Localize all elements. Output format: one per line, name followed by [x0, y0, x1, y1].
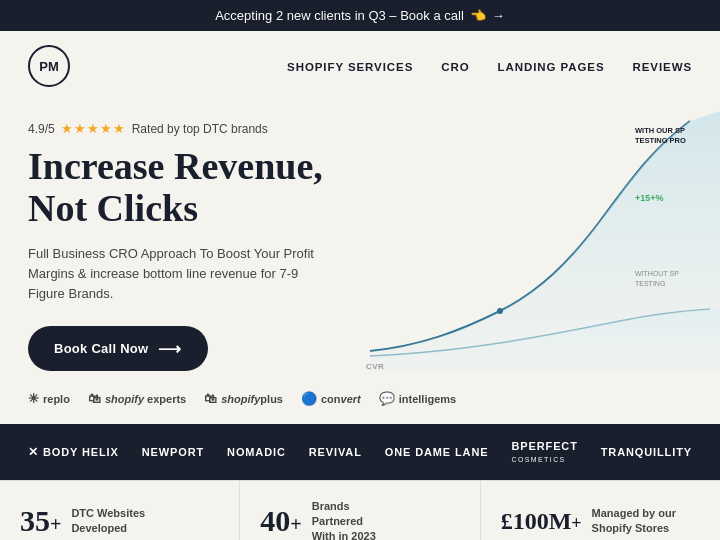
brand-x-icon: ✕ [28, 445, 39, 459]
rating: 4.9/5 ★★★★★ Rated by top DTC brands [28, 121, 368, 136]
convert-label: convert [321, 393, 361, 405]
svg-text:WITH OUR SP: WITH OUR SP [635, 126, 685, 135]
shopify-bag-icon: 🛍 [88, 391, 101, 406]
nav-item-reviews[interactable]: REVIEWS [633, 57, 692, 75]
shopify-plus-icon: 🛍 [204, 391, 217, 406]
hero-title: Increase Revenue, Not Clicks [28, 146, 368, 230]
nav-links: SHOPIFY SERVICES CRO LANDING PAGES REVIE… [287, 57, 692, 75]
brand-nomadic: NOMADIC [227, 446, 286, 458]
svg-text:WITHOUT SP: WITHOUT SP [635, 270, 679, 277]
stat-dtc-websites: 35+ DTC Websites Developed [0, 481, 240, 540]
cta-label: Book Call Now [54, 341, 148, 356]
hero-section: 4.9/5 ★★★★★ Rated by top DTC brands Incr… [0, 101, 720, 381]
brand-newport: NEWPORT [142, 446, 204, 458]
intelligems-label: intelligems [399, 393, 456, 405]
book-call-button[interactable]: Book Call Now ⟶ [28, 326, 208, 371]
banner-emoji: 👈 [470, 8, 486, 23]
replo-label: replo [43, 393, 70, 405]
stat-number-websites: 35+ [20, 504, 61, 538]
svg-text:CVR: CVR [366, 362, 384, 371]
svg-text:TESTING PRO: TESTING PRO [635, 136, 686, 145]
shopify-plus-label: shopifyplus [221, 393, 283, 405]
partner-shopify-plus: 🛍 shopifyplus [204, 391, 283, 406]
rating-text: Rated by top DTC brands [132, 122, 268, 136]
partner-replo: ✳ replo [28, 391, 70, 406]
brand-body-helix: ✕ body helix [28, 445, 119, 459]
partner-intelligems: 💬 intelligems [379, 391, 456, 406]
intelligems-icon: 💬 [379, 391, 395, 406]
banner-arrow: → [492, 8, 505, 23]
svg-text:TESTING: TESTING [635, 280, 665, 287]
growth-chart: CVR WITH OUR SP TESTING PRO +15+% WITHOU… [340, 111, 720, 371]
stat-managed: £100M+ Managed by our Shopify Stores [481, 481, 720, 540]
svg-point-1 [497, 308, 503, 314]
hero-description: Full Business CRO Approach To Boost Your… [28, 244, 318, 304]
hero-content: 4.9/5 ★★★★★ Rated by top DTC brands Incr… [28, 121, 368, 371]
replo-icon: ✳ [28, 391, 39, 406]
top-banner: Accepting 2 new clients in Q3 – Book a c… [0, 0, 720, 31]
brand-bperfect: BPERFECTCOSMETICS [511, 440, 577, 464]
nav-item-landing[interactable]: LANDING PAGES [498, 57, 605, 75]
brand-tranquillity: TRANQUILLITY [601, 446, 692, 458]
brand-revival: REVIVAL [309, 446, 362, 458]
stat-number-managed: £100M+ [501, 508, 582, 535]
stat-brands-partnered: 40+ Brands Partnered With in 2023 [240, 481, 480, 540]
partner-convert: 🔵 convert [301, 391, 361, 406]
navbar: PM SHOPIFY SERVICES CRO LANDING PAGES RE… [0, 31, 720, 101]
partners-section: ✳ replo 🛍 shopify experts 🛍 shopifyplus … [0, 381, 720, 424]
partner-shopify-experts: 🛍 shopify experts [88, 391, 186, 406]
brand-one-dame-lane: ONE DAME LANE [385, 446, 489, 458]
nav-item-cro[interactable]: CRO [441, 57, 469, 75]
stat-desc-managed: Managed by our Shopify Stores [592, 506, 676, 536]
rating-score: 4.9/5 [28, 122, 55, 136]
stats-bar: 35+ DTC Websites Developed 40+ Brands Pa… [0, 480, 720, 540]
stat-desc-brands: Brands Partnered With in 2023 [312, 499, 402, 540]
brands-bar: ✕ body helix NEWPORT NOMADIC REVIVAL ONE… [0, 424, 720, 480]
hero-chart: CVR WITH OUR SP TESTING PRO +15+% WITHOU… [340, 111, 720, 371]
nav-item-shopify[interactable]: SHOPIFY SERVICES [287, 57, 413, 75]
stars: ★★★★★ [61, 121, 126, 136]
banner-text: Accepting 2 new clients in Q3 – Book a c… [215, 8, 464, 23]
shopify-experts-label: shopify experts [105, 393, 186, 405]
svg-text:+15+%: +15+% [635, 193, 664, 203]
cta-arrow-icon: ⟶ [158, 339, 181, 358]
convert-icon: 🔵 [301, 391, 317, 406]
stat-number-brands: 40+ [260, 504, 301, 538]
nav-logo[interactable]: PM [28, 45, 70, 87]
stat-desc-websites: DTC Websites Developed [71, 506, 145, 536]
